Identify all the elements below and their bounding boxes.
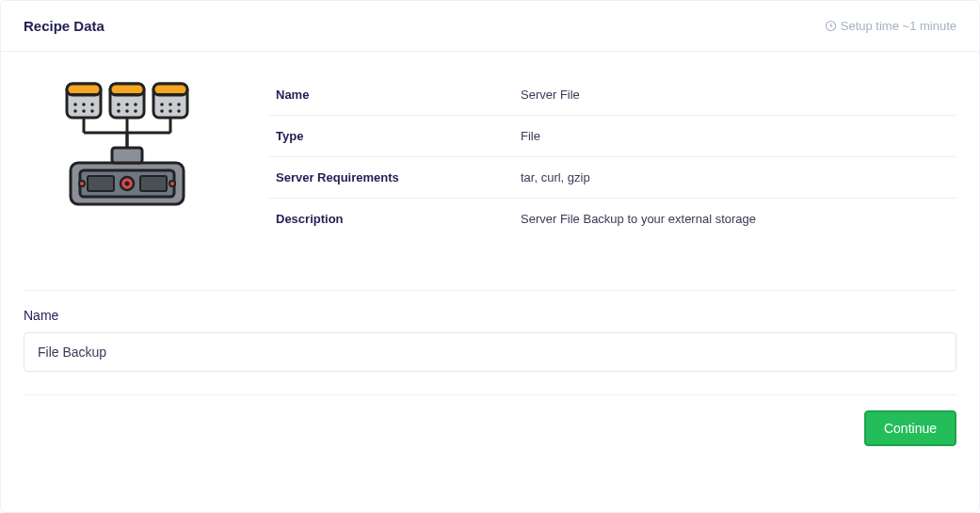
table-row: Name Server File xyxy=(268,74,956,116)
svg-point-26 xyxy=(169,109,172,113)
svg-point-16 xyxy=(117,109,120,113)
svg-point-4 xyxy=(73,103,77,106)
svg-point-8 xyxy=(82,109,86,113)
detail-value-requirements: tar, curl, gzip xyxy=(513,157,956,199)
svg-point-5 xyxy=(82,103,86,106)
svg-point-33 xyxy=(125,182,130,186)
svg-point-34 xyxy=(79,181,85,186)
recipe-details-table: Name Server File Type File Server Requir… xyxy=(268,74,956,239)
svg-point-35 xyxy=(169,181,175,186)
section-divider xyxy=(24,290,956,291)
svg-rect-21 xyxy=(153,93,187,95)
recipe-details-row: Name Server File Type File Server Requir… xyxy=(24,74,956,239)
table-row: Type File xyxy=(268,116,956,157)
detail-label-name: Name xyxy=(268,74,513,116)
detail-value-description: Server File Backup to your external stor… xyxy=(513,199,956,240)
table-row: Description Server File Backup to your e… xyxy=(268,199,956,240)
svg-point-14 xyxy=(125,103,129,106)
detail-label-description: Description xyxy=(268,199,513,240)
svg-point-18 xyxy=(134,109,137,113)
name-input[interactable] xyxy=(24,332,956,372)
detail-value-name: Server File xyxy=(513,74,956,116)
svg-point-24 xyxy=(177,103,181,106)
card-body: Name Server File Type File Server Requir… xyxy=(1,52,979,395)
svg-point-9 xyxy=(90,109,94,113)
svg-rect-12 xyxy=(110,93,144,95)
setup-time-text: Setup time ~1 minute xyxy=(841,19,956,33)
recipe-card: Recipe Data Setup time ~1 minute xyxy=(0,0,980,513)
name-form-group: Name xyxy=(24,308,956,372)
svg-point-17 xyxy=(125,109,129,113)
detail-label-requirements: Server Requirements xyxy=(268,157,513,199)
detail-value-type: File xyxy=(513,116,956,157)
svg-point-22 xyxy=(160,103,164,106)
name-input-label: Name xyxy=(24,308,956,323)
table-row: Server Requirements tar, curl, gzip xyxy=(268,157,956,199)
server-backup-icon xyxy=(61,80,193,215)
svg-point-23 xyxy=(169,103,172,106)
detail-label-type: Type xyxy=(268,116,513,157)
svg-point-25 xyxy=(160,109,164,113)
setup-time-badge: Setup time ~1 minute xyxy=(825,19,956,33)
svg-rect-36 xyxy=(112,148,142,163)
continue-button[interactable]: Continue xyxy=(864,410,956,446)
svg-point-27 xyxy=(177,109,181,113)
svg-rect-31 xyxy=(140,176,167,191)
card-header: Recipe Data Setup time ~1 minute xyxy=(1,1,979,52)
svg-rect-30 xyxy=(88,176,114,191)
svg-point-15 xyxy=(134,103,137,106)
card-footer: Continue xyxy=(1,410,979,469)
clock-icon xyxy=(825,20,837,32)
svg-point-6 xyxy=(90,103,94,106)
svg-point-13 xyxy=(117,103,120,106)
card-title: Recipe Data xyxy=(24,18,104,34)
recipe-icon-column xyxy=(24,74,231,215)
svg-rect-3 xyxy=(67,93,101,95)
svg-point-7 xyxy=(73,109,77,113)
footer-divider xyxy=(24,394,956,395)
